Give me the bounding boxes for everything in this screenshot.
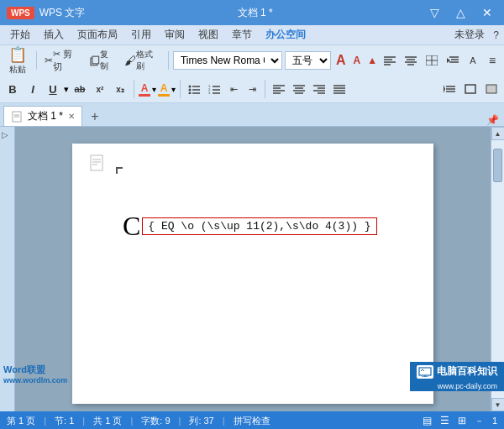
pcdaily-brand: 电脑百科知识 [410,362,504,381]
status-spell-check[interactable]: 拼写检查 [234,415,270,427]
login-label[interactable]: 未登录 [448,26,491,44]
toolbar-icons-right: A ≡ [381,51,501,70]
superscript-button[interactable]: x² [91,80,109,98]
bold-button[interactable]: B [3,80,22,98]
copy-icon [89,55,101,66]
menu-page-layout[interactable]: 页面布局 [71,26,124,44]
text-align-right-button[interactable] [310,80,328,98]
scroll-down-button[interactable]: ▼ [491,398,505,411]
status-page-total: 共 1 页 [93,415,122,427]
app-name-label: WPS 文字 [39,6,86,20]
sep1 [36,51,37,70]
num-list-button[interactable]: 1. 2. 3. [205,80,223,98]
svg-point-21 [189,92,192,95]
text-align-left-button[interactable] [270,80,288,98]
menu-view[interactable]: 视图 [192,26,225,44]
sep4 [180,80,181,98]
doc-text-line: C { EQ \o (\s\up 11(2),\s\do 4(3)) } [123,211,391,242]
increase-indent-button[interactable]: ⇥ [244,80,260,98]
maximize-button[interactable]: △ [451,4,470,21]
align-left-icon[interactable] [381,51,399,70]
doc-title: 文档 1 * [85,6,425,20]
doc-letter-c: C [123,211,140,242]
justify-button[interactable] [330,80,349,98]
align-center-icon[interactable] [402,51,420,70]
svg-marker-48 [444,85,445,93]
underline-button[interactable]: U [44,80,62,98]
doc-tab-label: 文档 1 * [28,109,63,123]
menu-review[interactable]: 审阅 [158,26,192,44]
add-tab-button[interactable]: + [86,107,104,126]
paste-button[interactable]: 📋 粘贴 [3,44,32,77]
cursor-bracket [116,167,123,174]
menu-bar: 开始 插入 页面布局 引用 审阅 视图 章节 办公空间 未登录 ? [0,25,504,45]
document-tab[interactable]: 文档 1 * ✕ [3,106,82,126]
italic-button[interactable]: I [24,80,42,98]
bullet-list-button[interactable] [185,80,203,98]
decrease-indent-button[interactable]: ⇤ [225,80,242,98]
red-arrow-icon[interactable]: ▲ [365,54,379,67]
status-section: 节: 1 [55,415,74,427]
menu-insert[interactable]: 插入 [37,26,71,44]
tab-pin-icon[interactable]: 📌 [484,114,501,126]
scroll-thumb[interactable] [493,149,502,182]
more-icon[interactable]: ≡ [484,51,501,70]
text-align-center-button[interactable] [290,80,308,98]
svg-line-62 [423,369,424,371]
indent-icon[interactable] [444,51,462,70]
view-web-icon[interactable]: ⊞ [458,415,466,426]
help-icon[interactable]: ? [491,29,501,42]
border-button[interactable] [461,80,480,98]
line-spacing-button[interactable] [440,80,459,98]
svg-rect-49 [465,85,475,93]
status-bar: 第 1 页 | 节: 1 | 共 1 页 | 字数: 9 | 列: 37 | 拼… [0,411,504,429]
pcdaily-url: www.pc-daily.com [410,381,504,391]
copy-button[interactable]: 复制 [86,51,120,70]
main-area: ▷ C { EQ \o (\s\up 11(2),\s\do 4(3)) } [0,127,504,411]
sep5 [265,80,265,98]
shrink-font-button[interactable]: A [350,55,363,66]
underline-arrow[interactable]: ▾ [64,84,69,95]
menu-section[interactable]: 章节 [225,26,259,44]
subscript-button[interactable]: x₂ [111,80,129,98]
menu-reference[interactable]: 引用 [124,26,158,44]
title-bar-left: WPS WPS 文字 [7,6,85,20]
scroll-up-button[interactable]: ▲ [491,127,505,140]
font-color-button[interactable]: A [139,82,150,97]
svg-rect-58 [419,368,431,375]
field-code-block[interactable]: { EQ \o (\s\up 11(2),\s\do 4(3)) } [142,217,376,235]
page-handle-icon [89,154,104,176]
close-button[interactable]: ✕ [477,4,497,21]
svg-point-17 [189,86,192,88]
pcdaily-icon [417,365,433,379]
toolbar-row2: B I U ▾ ab x² x₂ A ▾ A ▾ [0,76,504,102]
watermark-right: 电脑百科知识 www.pc-daily.com [410,362,504,391]
doc-tab-icon [11,111,23,123]
page-content: C { EQ \o (\s\up 11(2),\s\do 4(3)) } [123,211,391,242]
close-tab-button[interactable]: ✕ [68,112,75,121]
minimize-button[interactable]: ▽ [425,4,444,21]
font-name-select[interactable]: Times New Roma 63 Times New Roman Arial [173,51,282,70]
menu-office-space[interactable]: 办公空间 [259,26,312,44]
svg-rect-50 [486,85,496,93]
sidebar-icon1[interactable]: ▷ [2,130,13,142]
cut-button[interactable]: ✂ ✂ 剪切 [41,51,84,70]
wordlm-url: www.wordlm.com [3,376,67,385]
format-icon2[interactable]: A [465,51,481,70]
status-cursor: 列: 37 [189,415,213,427]
strikethrough-button[interactable]: ab [71,80,89,98]
view-normal-icon[interactable]: ▤ [423,415,432,426]
font-size-select[interactable]: 五号 小四 四号 三号 [285,51,331,70]
status-page: 第 1 页 [7,415,35,427]
shading-button[interactable] [482,80,501,98]
grow-font-button[interactable]: A [333,53,349,68]
font-color-arrow[interactable]: ▾ [152,85,156,94]
highlight-arrow[interactable]: ▾ [171,85,176,94]
wps-logo: WPS [7,7,34,19]
format-painter-button[interactable]: 🖌 格式刷 [121,51,164,70]
table-icon[interactable] [423,51,441,70]
zoom-out-icon[interactable]: － [475,415,484,427]
menu-start[interactable]: 开始 [3,26,37,44]
highlight-color-button[interactable]: A [158,82,170,97]
view-read-icon[interactable]: ☰ [440,415,449,426]
